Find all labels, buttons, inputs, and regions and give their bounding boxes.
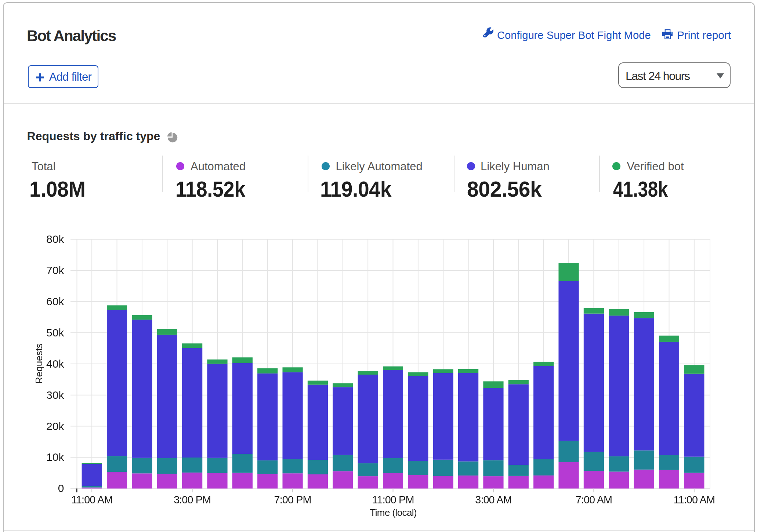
svg-text:50k: 50k [46,327,64,339]
svg-text:11:00 AM: 11:00 AM [71,494,112,506]
svg-text:20k: 20k [46,420,64,432]
svg-text:0: 0 [58,482,64,494]
svg-text:80k: 80k [46,233,64,245]
svg-text:10k: 10k [46,451,64,463]
svg-text:3:00 PM: 3:00 PM [174,494,211,506]
svg-text:70k: 70k [46,264,64,276]
svg-text:60k: 60k [46,295,64,307]
svg-text:11:00 AM: 11:00 AM [674,494,715,506]
svg-text:Requests: Requests [33,343,44,384]
svg-text:7:00 PM: 7:00 PM [274,494,311,506]
svg-text:7:00 AM: 7:00 AM [576,494,612,506]
svg-text:30k: 30k [46,389,64,401]
svg-text:3:00 AM: 3:00 AM [475,494,511,506]
svg-text:11:00 PM: 11:00 PM [372,494,414,506]
svg-text:Time (local): Time (local) [370,507,417,518]
svg-text:40k: 40k [46,358,64,370]
